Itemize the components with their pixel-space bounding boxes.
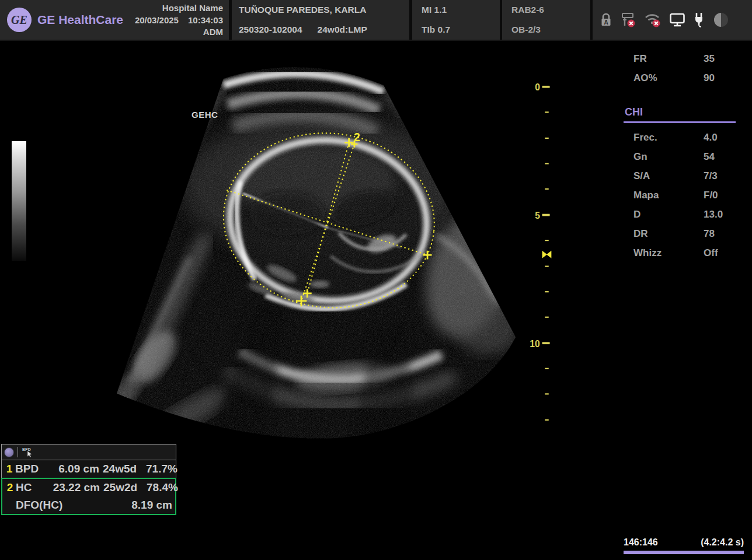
measure-value: 23.22 cm — [50, 481, 103, 494]
measure-percentile: 71.7% — [146, 463, 177, 475]
patient-id: 250320-102004 — [239, 24, 302, 35]
ruler-label-0: 0 — [535, 82, 540, 92]
measure-label: BPD — [15, 463, 49, 475]
param-label: Gn — [633, 151, 704, 163]
param-label: S/A — [633, 170, 704, 182]
param-value: 13.0 — [704, 209, 723, 220]
system-status-icons: A — [593, 0, 752, 40]
mechanical-index: MI 1.1 — [422, 5, 497, 15]
hospital-name: Hospital Name — [114, 3, 223, 13]
patient-banner[interactable]: TUÑOQUE PAREDES, KARLA 250320-102004 24w… — [232, 0, 409, 40]
probe-preset: OB-2/3 — [511, 24, 588, 35]
time: 10:34:03 — [188, 15, 223, 25]
active-measurement-box: 2 HC 23.22 cm 25w2d 78.4% DFO(HC) 8.19 c… — [1, 478, 176, 515]
ultrasound-screen: GE GE HealthCare Hospital Name 20/03/202… — [0, 0, 752, 560]
measure-number: 1 — [4, 463, 15, 475]
caps-lock-a-icon[interactable]: A — [600, 12, 612, 27]
param-value: Off — [704, 247, 718, 259]
focus-marker-icon[interactable] — [542, 251, 552, 258]
top-bar: GE GE HealthCare Hospital Name 20/03/202… — [0, 0, 752, 41]
param-value: 4.0 — [704, 132, 718, 144]
operator-id: ADM — [114, 27, 223, 37]
bpd-cursor-icon: BPD — [22, 446, 34, 458]
depth-ruler: 0 5 10 — [530, 82, 551, 420]
measure-label: DFO(HC) — [16, 499, 62, 512]
monitor-icon[interactable] — [669, 12, 685, 27]
param-label: Frec. — [633, 132, 704, 144]
measure-number: 2 — [4, 481, 16, 494]
param-label: D — [633, 209, 704, 220]
patient-name: TUÑOQUE PAREDES, KARLA — [239, 5, 406, 15]
param-label: Mapa — [633, 190, 704, 201]
ao-label: AO% — [633, 72, 704, 84]
fr-value: 35 — [704, 53, 715, 65]
probe-section[interactable]: RAB2-6 OB-2/3 — [502, 0, 590, 40]
measurement-table-header: BPD — [1, 444, 176, 460]
power-plug-icon[interactable] — [693, 12, 705, 28]
ultrasound-fan — [82, 46, 542, 457]
acoustic-indices: MI 1.1 TIb 0.7 — [412, 0, 500, 40]
param-value: 54 — [704, 151, 715, 163]
ruler-label-10: 10 — [530, 339, 540, 349]
caliper-number-label: 2 — [354, 131, 360, 144]
param-label: DR — [633, 228, 704, 240]
ao-value: 90 — [704, 72, 715, 84]
measure-label: HC — [16, 481, 50, 494]
grayscale-bar — [12, 141, 26, 261]
cine-progress-bar[interactable] — [624, 551, 744, 554]
measure-value: 6.09 cm — [49, 463, 103, 475]
divider — [18, 447, 18, 457]
contrast-icon[interactable] — [712, 11, 730, 29]
measurement-table: BPD 1 BPD 6.09 cm 24w5d 71.7% 2 HC 23.22… — [1, 444, 176, 515]
trackball-circle-icon — [4, 447, 14, 457]
svg-text:A: A — [604, 19, 608, 26]
measure-ga: 24w5d — [103, 463, 146, 475]
measurement-row-dfo: DFO(HC) 8.19 cm — [2, 496, 175, 514]
fr-label: FR — [633, 53, 704, 65]
hospital-section: Hospital Name 20/03/2025 10:34:03 ADM — [114, 0, 229, 40]
param-value: 78 — [704, 228, 715, 240]
cine-status: 146:146 (4.2:4.2 s) — [624, 537, 744, 554]
thermal-index: TIb 0.7 — [422, 24, 497, 35]
measurement-row-bpd: 1 BPD 6.09 cm 24w5d 71.7% — [1, 460, 176, 478]
param-value: F/0 — [704, 190, 718, 201]
measure-value: 8.19 cm — [62, 499, 173, 512]
param-value: 7/3 — [704, 170, 718, 182]
frame-counter: 146:146 — [624, 537, 658, 548]
ge-logo-icon: GE — [7, 8, 32, 32]
brand-name: GE HealthCare — [37, 13, 123, 27]
ruler-label-5: 5 — [535, 211, 540, 220]
measure-percentile: 78.4% — [147, 481, 178, 494]
cine-duration: (4.2:4.2 s) — [701, 537, 744, 548]
parameter-panel: FR 35 AO% 90 CHI Frec.4.0 Gn54 S/A7/3 Ma… — [621, 49, 746, 262]
image-watermark: GEHC — [192, 110, 218, 120]
probe-model: RAB2-6 — [511, 5, 588, 15]
wifi-off-icon[interactable] — [644, 12, 662, 28]
measurement-row-hc: 2 HC 23.22 cm 25w2d 78.4% — [2, 479, 175, 496]
mode-header: CHI — [621, 106, 746, 120]
mode-underline — [624, 121, 736, 123]
measure-ga: 25w2d — [103, 481, 147, 494]
svg-text:BPD: BPD — [22, 447, 31, 452]
brand-section: GE GE HealthCare — [0, 0, 114, 40]
gestational-age: 24w0d:LMP — [318, 24, 367, 35]
network-disconnected-icon[interactable] — [620, 12, 636, 28]
param-label: Whizz — [633, 247, 704, 259]
date: 20/03/2025 — [135, 15, 179, 25]
